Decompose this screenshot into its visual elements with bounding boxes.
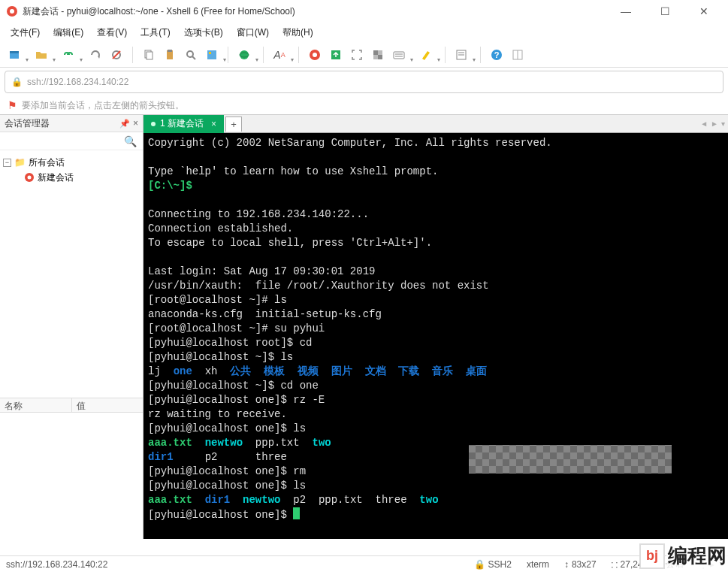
paste-icon[interactable]: [160, 45, 180, 65]
svg-rect-7: [147, 52, 153, 59]
app-icon: [6, 5, 18, 17]
status-ssh: 🔒SSH2: [474, 559, 512, 570]
svg-point-17: [313, 53, 317, 57]
menu-file[interactable]: 文件(F): [6, 24, 44, 41]
svg-rect-13: [209, 52, 211, 54]
menu-help[interactable]: 帮助(H): [278, 24, 318, 41]
svg-rect-21: [378, 55, 382, 59]
sidebar-search[interactable]: 🔍: [0, 132, 143, 150]
tab-label: 1 新建会话: [160, 117, 204, 130]
tab-prev-icon[interactable]: ◄: [700, 120, 708, 128]
address-bar[interactable]: 🔒 ssh://192.168.234.140:22: [5, 71, 723, 93]
fullscreen-icon[interactable]: [347, 45, 367, 65]
svg-point-33: [28, 176, 32, 180]
main-area: 会话管理器 📌 × 🔍 − 📁 所有会话 新建会话 名称 值: [0, 114, 728, 539]
svg-point-10: [187, 51, 193, 57]
new-session-icon[interactable]: [5, 45, 24, 65]
tree-root[interactable]: − 📁 所有会话: [3, 155, 140, 170]
disconnect-icon[interactable]: [107, 45, 126, 65]
search-icon[interactable]: [181, 45, 201, 65]
svg-rect-9: [168, 50, 172, 52]
status-term: xterm: [527, 559, 549, 570]
redacted-area: [469, 445, 672, 474]
terminal-panel: 1 新建会话 × + ◄ ► ▾ Copyright (c) 2002 NetS…: [143, 115, 728, 539]
col-value[interactable]: 值: [72, 398, 143, 412]
tab-nav: ◄ ► ▾: [700, 120, 725, 128]
tab-next-icon[interactable]: ►: [711, 120, 718, 128]
menu-edit[interactable]: 编辑(E): [49, 24, 88, 41]
reconnect-icon[interactable]: [86, 45, 105, 65]
col-name[interactable]: 名称: [0, 398, 72, 412]
svg-rect-22: [394, 52, 404, 59]
xshell-icon[interactable]: [305, 45, 325, 65]
toolbar: AA ?: [0, 42, 728, 68]
script-icon[interactable]: [452, 45, 471, 65]
link-icon[interactable]: [59, 45, 78, 65]
menu-tools[interactable]: 工具(T): [136, 24, 174, 41]
tip-bar: ⚑ 要添加当前会话，点击左侧的箭头按钮。: [0, 96, 728, 114]
terminal[interactable]: Copyright (c) 2002 NetSarang Computer, I…: [143, 133, 728, 539]
tab-status-icon: [151, 122, 156, 126]
svg-text:?: ?: [494, 50, 500, 59]
menu-window[interactable]: 窗口(W): [232, 24, 273, 41]
titlebar: 新建会话 - pyhui@localhost:~/one - Xshell 6 …: [0, 0, 728, 23]
session-tree: − 📁 所有会话 新建会话: [0, 150, 143, 398]
menubar: 文件(F) 编辑(E) 查看(V) 工具(T) 选项卡(B) 窗口(W) 帮助(…: [0, 23, 728, 42]
pin-icon[interactable]: 📌: [119, 119, 130, 129]
lock-icon: 🔒: [11, 77, 23, 87]
sidebar-header: 会话管理器 📌 ×: [0, 115, 143, 132]
svg-line-11: [192, 56, 195, 59]
highlight-icon[interactable]: [416, 45, 436, 65]
window-title: 新建会话 - pyhui@localhost:~/one - Xshell 6 …: [23, 5, 615, 18]
copy-icon[interactable]: [139, 45, 159, 65]
open-folder-icon[interactable]: [32, 45, 51, 65]
svg-rect-20: [373, 50, 378, 55]
window-controls: — ☐ ✕: [615, 4, 714, 19]
keyboard-icon[interactable]: [389, 45, 409, 65]
maximize-button[interactable]: ☐: [654, 4, 675, 19]
svg-rect-12: [207, 50, 216, 59]
status-bar: ssh://192.168.234.140:22 🔒SSH2 xterm ↕ 8…: [0, 555, 728, 572]
status-size: ↕ 83x27: [564, 559, 597, 570]
session-manager: 会话管理器 📌 × 🔍 − 📁 所有会话 新建会话 名称 值: [0, 115, 143, 539]
tab-session-1[interactable]: 1 新建会话 ×: [143, 115, 224, 133]
property-list: [0, 413, 143, 539]
tree-child[interactable]: 新建会话: [3, 170, 140, 185]
tab-strip: 1 新建会话 × + ◄ ► ▾: [143, 115, 728, 133]
svg-point-14: [240, 50, 249, 59]
layout-icon[interactable]: [508, 45, 527, 65]
lock-icon: 🔒: [474, 559, 485, 570]
tree-root-label: 所有会话: [29, 156, 65, 169]
status-pos: ⸬ 27,24: [612, 559, 643, 570]
tip-text: 要添加当前会话，点击左侧的箭头按钮。: [22, 99, 184, 112]
minimize-button[interactable]: —: [615, 4, 636, 19]
svg-rect-3: [10, 51, 19, 53]
menu-view[interactable]: 查看(V): [92, 24, 131, 41]
menu-tabs[interactable]: 选项卡(B): [180, 24, 228, 41]
font-icon[interactable]: AA: [270, 45, 289, 65]
tab-add-button[interactable]: +: [225, 117, 242, 132]
tree-child-label: 新建会话: [38, 171, 74, 184]
properties-icon[interactable]: [202, 45, 222, 65]
xftp-icon[interactable]: [326, 45, 346, 65]
status-address: ssh://192.168.234.140:22: [6, 559, 107, 570]
folder-icon: 📁: [14, 157, 26, 168]
tab-close-icon[interactable]: ×: [211, 119, 216, 129]
property-header: 名称 值: [0, 398, 143, 413]
sidebar-title: 会话管理器: [5, 117, 119, 130]
watermark-text: 编程网: [666, 543, 728, 569]
tab-menu-icon[interactable]: ▾: [721, 120, 725, 128]
search-icon: 🔍: [124, 135, 137, 147]
help-icon[interactable]: ?: [487, 45, 506, 65]
close-button[interactable]: ✕: [693, 4, 714, 19]
collapse-icon[interactable]: −: [3, 159, 11, 167]
session-icon: [24, 172, 35, 183]
flag-icon: ⚑: [8, 99, 17, 111]
transparency-icon[interactable]: [368, 45, 388, 65]
watermark-icon: bj: [639, 543, 665, 569]
sidebar-close-icon[interactable]: ×: [133, 118, 138, 129]
address-text: ssh://192.168.234.140:22: [27, 77, 128, 87]
globe-icon[interactable]: [234, 45, 254, 65]
svg-point-1: [10, 9, 14, 14]
cursor: [293, 507, 300, 519]
